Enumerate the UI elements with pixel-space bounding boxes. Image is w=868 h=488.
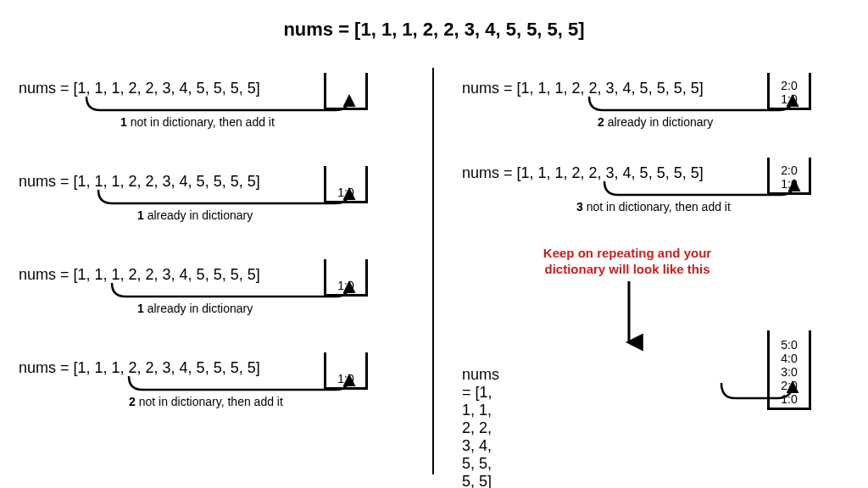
nums-text: nums = [1, 1, 1, 2, 2, 3, 4, 5, 5, 5, 5]	[462, 164, 704, 182]
caption-bold: 1	[137, 302, 144, 315]
caption-bold: 1	[137, 208, 144, 222]
nums-text: nums = [1, 1, 1, 2, 2, 3, 4, 5, 5, 5, 5]	[19, 266, 260, 284]
caption-rest: not in dictionary, then add it	[136, 395, 283, 408]
step-caption: 1 already in dictionary	[137, 208, 253, 222]
step-caption: 2 already in dictionary	[598, 115, 713, 129]
step-caption: 3 not in dictionary, then add it	[576, 200, 731, 214]
caption-rest: not in dictionary, then add it	[127, 115, 275, 129]
column-divider	[432, 68, 434, 474]
nums-text: nums = [1, 1, 1, 2, 2, 3, 4, 5, 5, 5, 5]	[462, 366, 499, 488]
step-left-0: nums = [1, 1, 1, 2, 2, 3, 4, 5, 5, 5, 5]…	[19, 76, 426, 158]
nums-text: nums = [1, 1, 1, 2, 2, 3, 4, 5, 5, 5, 5]	[462, 80, 704, 97]
step-left-2: nums = [1, 1, 1, 2, 2, 3, 4, 5, 5, 5, 5]…	[19, 263, 426, 344]
nums-text: nums = [1, 1, 1, 2, 2, 3, 4, 5, 5, 5, 5]	[19, 359, 260, 377]
repeat-note: Keep on repeating and your dictionary wi…	[513, 246, 742, 278]
caption-rest: already in dictionary	[604, 115, 713, 129]
nums-text: nums = [1, 1, 1, 2, 2, 3, 4, 5, 5, 5, 5]	[19, 173, 260, 191]
caption-rest: already in dictionary	[144, 302, 253, 315]
step-left-1: nums = [1, 1, 1, 2, 2, 3, 4, 5, 5, 5, 5]…	[19, 169, 426, 251]
caption-rest: not in dictionary, then add it	[583, 200, 731, 214]
step-left-3: nums = [1, 1, 1, 2, 2, 3, 4, 5, 5, 5, 5]…	[19, 356, 426, 437]
step-right-0: nums = [1, 1, 1, 2, 2, 3, 4, 5, 5, 5, 5]…	[462, 76, 868, 149]
left-column: nums = [1, 1, 1, 2, 2, 3, 4, 5, 5, 5, 5]…	[19, 76, 426, 449]
down-arrow-icon	[623, 281, 635, 352]
dict-entry: 2:0	[770, 79, 809, 92]
caption-bold: 2	[129, 395, 136, 408]
pointer-arrow-icon	[716, 383, 804, 417]
page-title: nums = [1, 1, 1, 2, 2, 3, 4, 5, 5, 5, 5]	[0, 19, 868, 41]
caption-bold: 3	[576, 200, 583, 214]
dict-entry: 5:0	[770, 338, 809, 352]
dict-entry: 4:0	[770, 352, 809, 365]
caption-rest: already in dictionary	[144, 208, 253, 222]
right-column: nums = [1, 1, 1, 2, 2, 3, 4, 5, 5, 5, 5]…	[462, 76, 868, 246]
caption-bold: 1	[120, 115, 127, 129]
dict-entry: 3:0	[770, 365, 809, 379]
step-right-1: nums = [1, 1, 1, 2, 2, 3, 4, 5, 5, 5, 5]…	[462, 161, 868, 234]
caption-bold: 2	[598, 115, 604, 129]
step-caption: 1 already in dictionary	[137, 302, 253, 315]
step-caption: 2 not in dictionary, then add it	[129, 395, 283, 408]
step-caption: 1 not in dictionary, then add it	[120, 115, 275, 129]
nums-text: nums = [1, 1, 1, 2, 2, 3, 4, 5, 5, 5, 5]	[19, 80, 260, 97]
dict-entry: 2:0	[770, 164, 809, 177]
